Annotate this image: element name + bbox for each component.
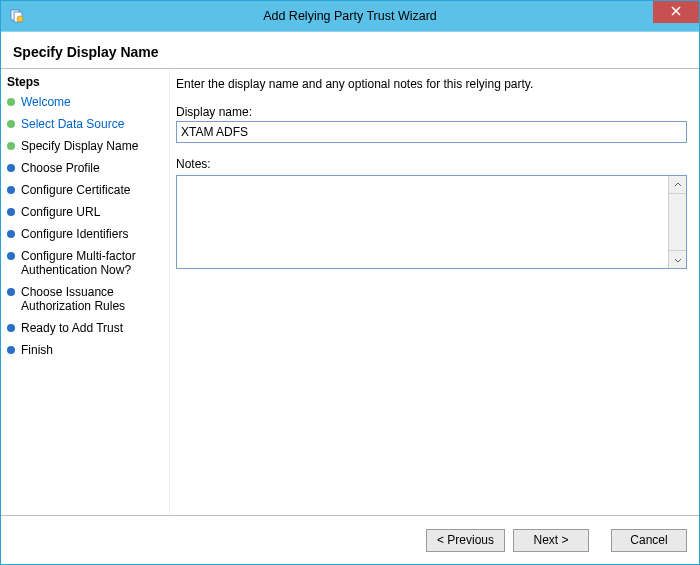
- notes-label: Notes:: [176, 157, 687, 171]
- app-icon: [9, 8, 25, 24]
- step-label[interactable]: Welcome: [21, 95, 71, 109]
- step-bullet-icon: [7, 120, 15, 128]
- notes-scrollbar[interactable]: [668, 176, 686, 268]
- step-label: Choose Issuance Authorization Rules: [21, 285, 165, 313]
- step-label: Configure Identifiers: [21, 227, 128, 241]
- main-panel: Enter the display name and any optional …: [169, 69, 699, 515]
- steps-heading: Steps: [7, 75, 165, 89]
- notes-input[interactable]: [177, 176, 668, 268]
- title-bar: Add Relying Party Trust Wizard: [1, 1, 699, 32]
- steps-sidebar: Steps WelcomeSelect Data SourceSpecify D…: [1, 69, 169, 515]
- step-item: Finish: [7, 343, 165, 357]
- step-item: Configure Certificate: [7, 183, 165, 197]
- step-item: Choose Profile: [7, 161, 165, 175]
- step-label: Choose Profile: [21, 161, 100, 175]
- display-name-input[interactable]: [176, 121, 687, 143]
- step-label: Finish: [21, 343, 53, 357]
- step-label: Configure Multi-factor Authentication No…: [21, 249, 165, 277]
- wizard-window: Add Relying Party Trust Wizard Specify D…: [0, 0, 700, 565]
- step-item: Configure URL: [7, 205, 165, 219]
- window-title: Add Relying Party Trust Wizard: [1, 9, 699, 23]
- page-title: Specify Display Name: [13, 44, 159, 60]
- step-label: Ready to Add Trust: [21, 321, 123, 335]
- next-button[interactable]: Next >: [513, 529, 589, 552]
- instruction-text: Enter the display name and any optional …: [176, 77, 687, 91]
- notes-field-wrap: [176, 175, 687, 269]
- step-bullet-icon: [7, 288, 15, 296]
- close-button[interactable]: [653, 1, 699, 23]
- step-label[interactable]: Select Data Source: [21, 117, 124, 131]
- wizard-body: Steps WelcomeSelect Data SourceSpecify D…: [1, 69, 699, 515]
- step-bullet-icon: [7, 230, 15, 238]
- step-label: Specify Display Name: [21, 139, 138, 153]
- svg-point-2: [17, 16, 23, 22]
- button-bar: < Previous Next > Cancel: [1, 515, 699, 564]
- step-bullet-icon: [7, 208, 15, 216]
- close-icon: [671, 5, 681, 19]
- step-item[interactable]: Welcome: [7, 95, 165, 109]
- step-item: Specify Display Name: [7, 139, 165, 153]
- previous-button[interactable]: < Previous: [426, 529, 505, 552]
- step-bullet-icon: [7, 252, 15, 260]
- step-label: Configure Certificate: [21, 183, 130, 197]
- display-name-label: Display name:: [176, 105, 687, 119]
- step-item: Configure Multi-factor Authentication No…: [7, 249, 165, 277]
- scroll-down-icon[interactable]: [669, 250, 686, 268]
- step-bullet-icon: [7, 164, 15, 172]
- step-item[interactable]: Select Data Source: [7, 117, 165, 131]
- step-item: Ready to Add Trust: [7, 321, 165, 335]
- step-label: Configure URL: [21, 205, 100, 219]
- step-item: Choose Issuance Authorization Rules: [7, 285, 165, 313]
- page-header: Specify Display Name: [1, 32, 699, 64]
- step-bullet-icon: [7, 324, 15, 332]
- step-bullet-icon: [7, 346, 15, 354]
- step-bullet-icon: [7, 186, 15, 194]
- scroll-up-icon[interactable]: [669, 176, 686, 194]
- step-item: Configure Identifiers: [7, 227, 165, 241]
- cancel-button[interactable]: Cancel: [611, 529, 687, 552]
- step-bullet-icon: [7, 98, 15, 106]
- step-bullet-icon: [7, 142, 15, 150]
